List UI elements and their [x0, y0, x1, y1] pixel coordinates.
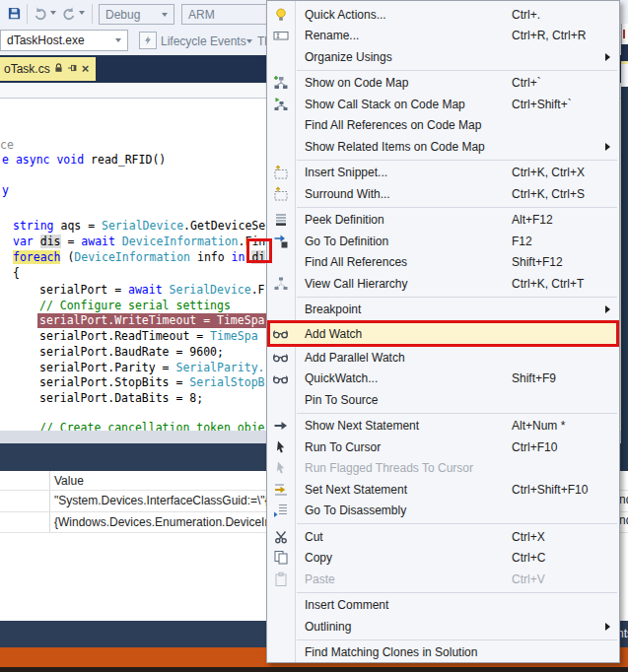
code-token: serialPort.Parity =	[39, 361, 175, 374]
menu-item-cut[interactable]: CutCtrl+X	[267, 526, 619, 548]
menu-item-shortcut: Ctrl+.	[512, 8, 540, 22]
menu-item-label: Find All References on Code Map	[305, 118, 481, 132]
menu-item-set-next-statement[interactable]: Set Next StatementCtrl+Shift+F10	[267, 479, 619, 501]
menu-item-find-matching-clones-in-solution[interactable]: Find Matching Clones in Solution	[267, 642, 619, 664]
menu-item-copy[interactable]: CopyCtrl+C	[267, 548, 619, 570]
menu-item-label: Outlining	[305, 620, 351, 634]
menu-separator	[297, 70, 617, 71]
code-line: serialPort = await SerialDevice.F	[39, 283, 265, 298]
menu-separator	[297, 523, 617, 524]
code-token: info	[190, 250, 232, 264]
menu-item-view-call-hierarchy[interactable]: View Call HierarchyCtrl+K, Ctrl+T	[267, 273, 619, 295]
menu-item-insert-comment[interactable]: Insert Comment	[267, 595, 619, 617]
menu-item-label: Cut	[305, 530, 323, 544]
save-icon[interactable]	[7, 6, 22, 24]
call-hierarchy-icon	[272, 275, 289, 292]
cursor-icon	[272, 438, 289, 455]
code-token: foreach	[13, 250, 60, 264]
lifecycle-events-dropdown[interactable]: Lifecycle Events	[161, 34, 246, 48]
menu-item-go-to-disassembly[interactable]: Go To Disassembly	[267, 501, 619, 522]
code-line: serialPort.DataBits = 8;	[39, 391, 203, 406]
menu-item-organize-usings[interactable]: Organize Usings	[267, 46, 619, 68]
solution-configuration-combo[interactable]: Debug	[99, 4, 174, 25]
menu-item-label: Find All References	[305, 255, 407, 269]
menu-item-shortcut: Ctrl+K, Ctrl+T	[512, 277, 584, 291]
process-combo-value: dTaskHost.exe	[7, 34, 85, 47]
code-token	[115, 235, 122, 248]
menu-item-insert-snippet[interactable]: Insert Snippet...Ctrl+K, Ctrl+X	[267, 163, 619, 184]
menu-item-find-all-references-on-code-map[interactable]: Find All References on Code Map	[267, 115, 619, 137]
undo-dropdown-caret[interactable]	[50, 11, 56, 15]
code-token: in	[232, 250, 245, 264]
menu-separator	[297, 413, 617, 414]
code-token: .F	[251, 283, 265, 297]
menu-item-label: Paste	[305, 572, 335, 586]
menu-item-show-on-code-map[interactable]: Show on Code MapCtrl+`	[267, 73, 619, 95]
menu-item-go-to-definition[interactable]: Go To DefinitionF12	[267, 231, 619, 252]
insert-snippet-icon	[272, 165, 289, 181]
lifecycle-events-icon[interactable]	[139, 32, 157, 49]
menu-item-label: Show Next Statement	[305, 419, 419, 433]
menu-item-run-to-cursor[interactable]: Run To CursorCtrl+F10	[267, 437, 619, 458]
menu-item-label: Organize Usings	[305, 50, 392, 64]
menu-separator	[297, 592, 617, 593]
menu-item-peek-definition[interactable]: Peek DefinitionAlt+F12	[267, 210, 619, 232]
menu-item-add-watch[interactable]: Add Watch	[267, 320, 619, 347]
code-token: SerialStopB	[189, 375, 264, 389]
menu-item-label: Quick Actions...	[305, 8, 386, 22]
chevron-down-icon[interactable]	[246, 39, 252, 43]
go-to-definition-icon	[272, 233, 289, 249]
menu-item-shortcut: Alt+F12	[512, 213, 553, 227]
menu-separator	[297, 297, 617, 298]
close-icon[interactable]: ×	[82, 64, 90, 74]
menu-item-show-next-statement[interactable]: Show Next StatementAlt+Num *	[267, 416, 619, 437]
menu-item-shortcut: F12	[512, 235, 532, 248]
menu-item-shortcut: Ctrl+X	[512, 530, 545, 544]
menu-item-add-parallel-watch[interactable]: Add Parallel Watch	[267, 347, 619, 369]
menu-item-label: Pin To Source	[305, 393, 379, 407]
process-combo[interactable]: dTaskHost.exe	[0, 30, 128, 51]
watch-value-column-header[interactable]: Value	[54, 474, 84, 488]
next-statement-arrow-icon	[272, 418, 289, 435]
code-token: void	[56, 153, 84, 167]
menu-item-outlining[interactable]: Outlining	[267, 616, 619, 638]
menu-item-quickwatch[interactable]: QuickWatch...Shift+F9	[267, 369, 619, 390]
code-token: serialPort.BaudRate = 9600;	[39, 345, 224, 359]
submenu-arrow-icon	[605, 53, 610, 61]
solution-platform-combo[interactable]: ARM	[181, 4, 270, 25]
watch-row-value[interactable]: {Windows.Devices.Enumeration.DeviceInf	[54, 515, 274, 529]
code-token: TimeSpa	[210, 329, 257, 343]
code-token	[34, 235, 40, 248]
watch-row-value[interactable]: "System.Devices.InterfaceClassGuid:=\"{8	[54, 494, 275, 507]
menu-item-shortcut: Ctrl+F10	[512, 440, 557, 454]
menu-item-show-call-stack-on-code-map[interactable]: Show Call Stack on Code MapCtrl+Shift+`	[267, 94, 619, 115]
code-line: serialPort.BaudRate = 9600;	[39, 345, 224, 360]
code-map-icon	[272, 75, 289, 92]
menu-item-pin-to-source[interactable]: Pin To Source	[267, 389, 619, 411]
menu-item-quick-actions[interactable]: Quick Actions...Ctrl+.	[267, 4, 619, 26]
menu-item-rename[interactable]: Rename...Ctrl+R, Ctrl+R	[267, 26, 619, 47]
menu-item-breakpoint[interactable]: Breakpoint	[267, 300, 619, 321]
vs-ide-window: Debug ARM dTaskHost.exe Lifecycle Events…	[0, 0, 628, 672]
menu-item-label: Show Call Stack on Code Map	[305, 98, 465, 111]
menu-item-surround-with[interactable]: Surround With...Ctrl+K, Ctrl+S	[267, 183, 619, 205]
code-token	[163, 283, 170, 297]
undo-button[interactable]	[33, 5, 48, 24]
menu-separator	[297, 639, 617, 640]
menu-item-shortcut: Ctrl+R, Ctrl+R	[512, 29, 586, 42]
watch-glasses-icon	[272, 325, 289, 342]
watch-column-divider[interactable]	[49, 471, 50, 533]
menu-item-label: Run To Cursor	[305, 440, 381, 454]
redo-button[interactable]	[61, 5, 77, 24]
code-token	[9, 153, 16, 167]
menu-item-find-all-references[interactable]: Find All ReferencesShift+F12	[267, 252, 619, 274]
redo-dropdown-caret[interactable]	[79, 11, 85, 15]
pin-icon[interactable]	[67, 62, 79, 77]
menu-item-label: Insert Comment	[305, 598, 388, 612]
code-line: serialPort.ReadTimeout = TimeSpa	[39, 329, 258, 344]
solution-platform-value: ARM	[188, 8, 215, 22]
code-token: await	[81, 235, 115, 248]
tab-active-document[interactable]: oTask.cs ×	[0, 57, 96, 81]
menu-item-show-related-items-on-code-map[interactable]: Show Related Items on Code Map	[267, 136, 619, 158]
code-line: serialPort.WriteTimeout = TimeSpa	[37, 313, 266, 328]
